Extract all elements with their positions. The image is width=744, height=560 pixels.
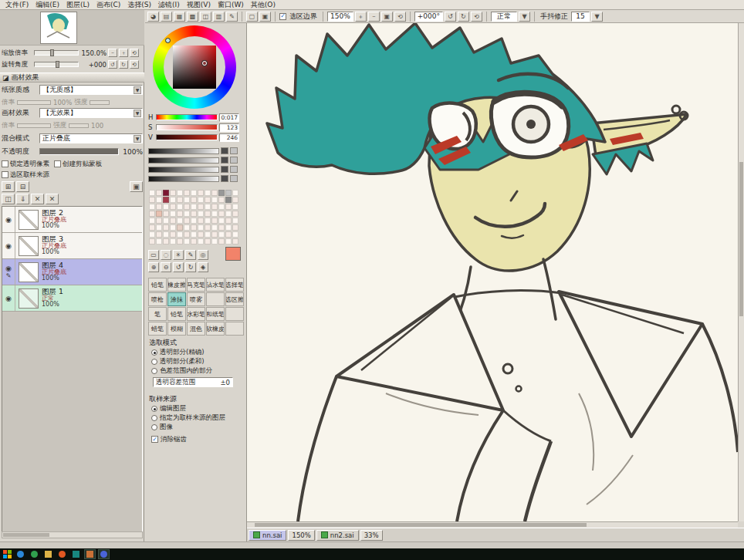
swatch[interactable]	[170, 218, 176, 224]
angle-field[interactable]: +000°	[414, 12, 443, 22]
gray-swatch-light[interactable]	[230, 147, 238, 154]
selection-mode-option[interactable]: 透明部分(精确)	[151, 348, 244, 356]
brush-button[interactable]: 模糊	[167, 322, 186, 336]
swatch[interactable]	[218, 224, 225, 231]
taskbar-app-icon[interactable]	[70, 549, 82, 559]
swatch[interactable]	[211, 197, 218, 203]
value-value[interactable]: 246	[219, 133, 239, 142]
hue-slider[interactable]	[156, 114, 218, 120]
new-folder-button[interactable]: ⊟	[16, 181, 29, 192]
effect-select[interactable]: 【无效果】 ▼	[39, 108, 143, 118]
current-color-swatch[interactable]	[225, 247, 241, 261]
swatch[interactable]	[218, 231, 225, 238]
zoom-field[interactable]: 150%	[327, 12, 353, 22]
scratchpad-panel-toggle[interactable]: ✎	[226, 12, 238, 22]
brush-button[interactable]: 软橡皮	[206, 322, 225, 336]
swatch[interactable]	[149, 231, 155, 238]
swatch[interactable]	[149, 197, 155, 203]
slider-thumb[interactable]	[56, 61, 59, 68]
swatch[interactable]	[225, 238, 232, 245]
hand-tool[interactable]: ◈	[198, 262, 208, 272]
selection-source-checkbox[interactable]	[2, 171, 8, 178]
effect-scale-slider[interactable]	[17, 123, 51, 128]
visibility-toggle[interactable]: ◉	[2, 207, 15, 232]
brush-button[interactable]	[225, 307, 244, 321]
layer-row[interactable]: ◉ 图层 3 正片叠底 100%	[2, 233, 142, 259]
taskbar-app-icon[interactable]	[84, 549, 96, 559]
swatch[interactable]	[232, 218, 238, 224]
zoom-reset-button[interactable]: ⟲	[394, 12, 406, 22]
merge-layer-button[interactable]: ⇓	[16, 194, 29, 204]
radio-off[interactable]	[151, 415, 157, 421]
window-button[interactable]: ▢	[246, 12, 258, 22]
swatch[interactable]	[149, 204, 155, 210]
swatch-panel-toggle[interactable]: ▩	[187, 12, 198, 22]
layer-row[interactable]: ◉ 图层 2 正片叠底 100%	[2, 207, 142, 233]
nav-rotate-left-button[interactable]: ↺	[108, 60, 117, 69]
nav-zoom-reset-button[interactable]: ⟲	[130, 49, 139, 57]
nav-zoom-in-button[interactable]: ＋	[119, 49, 128, 57]
swatch[interactable]	[184, 224, 190, 231]
window-button[interactable]: ▣	[259, 12, 271, 22]
magic-wand-tool[interactable]: ✳	[173, 250, 184, 260]
swatch[interactable]	[170, 231, 176, 238]
swatch[interactable]	[170, 197, 176, 203]
brush-button[interactable]: 喷枪	[148, 292, 167, 306]
swatch[interactable]	[225, 204, 232, 210]
swatch[interactable]	[198, 238, 204, 245]
swatch[interactable]	[205, 204, 211, 210]
rotate-right-button[interactable]: ↻	[458, 12, 469, 22]
swatch[interactable]	[149, 238, 155, 245]
antialias-checkbox[interactable]: ✓	[151, 436, 158, 443]
mixer-panel-toggle[interactable]: ◫	[200, 12, 211, 22]
paper-panel-toggle[interactable]: ▥	[213, 12, 225, 22]
swatch[interactable]	[232, 190, 238, 196]
brush-button[interactable]: 铅笔	[148, 278, 167, 292]
swatch[interactable]	[218, 197, 225, 203]
saturation-slider[interactable]	[156, 124, 218, 130]
swatch[interactable]	[218, 190, 225, 196]
hue-value[interactable]: 0:017	[219, 113, 239, 122]
eyedropper-tool[interactable]: ◎	[198, 250, 208, 260]
layer-row-selected[interactable]: ◉ ✎ 图层 4 正片叠底 100%	[2, 259, 142, 285]
swatch[interactable]	[177, 231, 183, 238]
swatch[interactable]	[211, 218, 218, 224]
menu-item[interactable]: 编辑(E)	[32, 0, 63, 9]
brush-button[interactable]: 沾水笔	[206, 278, 225, 292]
swatch[interactable]	[225, 231, 232, 238]
swatch[interactable]	[205, 218, 211, 224]
file-tab[interactable]: nn2.sai	[316, 530, 359, 541]
taskbar-app-icon[interactable]	[56, 549, 68, 559]
texture-scale-slider[interactable]	[17, 100, 51, 105]
panel-option-button[interactable]: ▣	[130, 181, 143, 192]
radio-on[interactable]	[151, 406, 157, 412]
swatch[interactable]	[149, 211, 155, 217]
swatch[interactable]	[170, 190, 176, 196]
swatch[interactable]	[177, 211, 183, 217]
blend-mode-select[interactable]: 正片叠底 ▼	[39, 133, 143, 143]
saturation-value[interactable]: 123	[219, 123, 239, 132]
swatch[interactable]	[198, 224, 204, 231]
swatch[interactable]	[191, 190, 197, 196]
taskbar-app-icon[interactable]	[29, 549, 40, 559]
sv-square[interactable]	[173, 46, 216, 89]
brush-button[interactable]: 混色	[187, 322, 205, 336]
swatch[interactable]	[184, 211, 190, 217]
file-tab-active[interactable]: nn.sai	[249, 530, 286, 541]
swatch[interactable]	[156, 224, 162, 231]
stabilizer-field[interactable]: 15	[571, 12, 590, 22]
swatch[interactable]	[198, 204, 204, 210]
swatch[interactable]	[205, 238, 211, 245]
swatch[interactable]	[184, 231, 190, 238]
layer-list-scrollbar[interactable]	[2, 531, 143, 538]
swatch[interactable]	[218, 204, 225, 210]
zoom-in-button[interactable]: ＋	[355, 12, 367, 22]
swatch[interactable]	[225, 218, 232, 224]
swatch[interactable]	[156, 204, 162, 210]
opacity-slider[interactable]	[39, 148, 119, 155]
swatch[interactable]	[184, 204, 190, 210]
selection-mode-option[interactable]: 透明部分(柔和)	[151, 357, 244, 366]
visibility-toggle[interactable]: ◉	[2, 285, 15, 311]
nav-zoom-out-button[interactable]: －	[108, 49, 117, 57]
canvas-horizontal-scrollbar[interactable]	[247, 521, 738, 528]
